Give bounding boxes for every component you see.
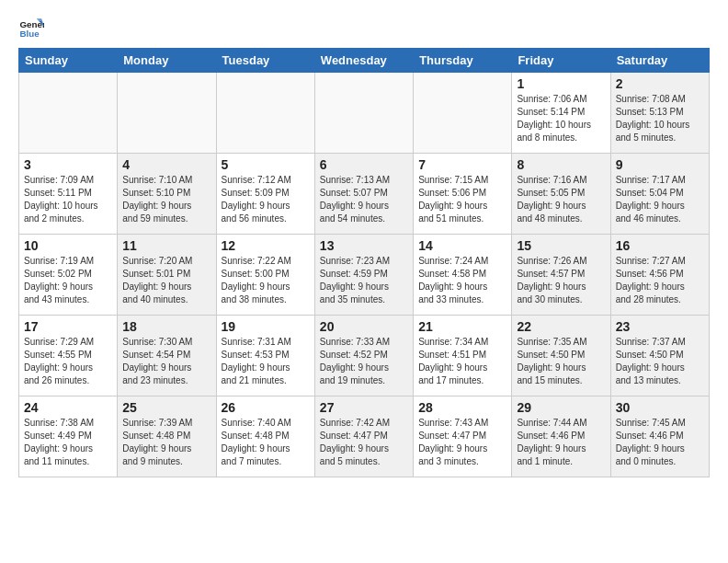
calendar-cell: 26Sunrise: 7:40 AM Sunset: 4:48 PM Dayli… [216,396,314,477]
calendar-cell: 20Sunrise: 7:33 AM Sunset: 4:52 PM Dayli… [314,316,413,396]
calendar-cell: 28Sunrise: 7:43 AM Sunset: 4:47 PM Dayli… [414,396,512,477]
day-number: 17 [24,319,112,334]
calendar-table: SundayMondayTuesdayWednesdayThursdayFrid… [18,48,710,477]
day-number: 27 [320,400,408,415]
calendar-cell: 14Sunrise: 7:24 AM Sunset: 4:58 PM Dayli… [414,235,512,316]
calendar-cell: 29Sunrise: 7:44 AM Sunset: 4:46 PM Dayli… [512,396,610,477]
day-info: Sunrise: 7:35 AM Sunset: 4:50 PM Dayligh… [517,336,605,387]
calendar-cell: 25Sunrise: 7:39 AM Sunset: 4:48 PM Dayli… [118,396,216,477]
day-info: Sunrise: 7:13 AM Sunset: 5:07 PM Dayligh… [320,174,408,225]
day-number: 8 [517,157,605,172]
day-info: Sunrise: 7:34 AM Sunset: 4:51 PM Dayligh… [418,336,506,387]
day-number: 30 [616,400,704,415]
day-number: 5 [222,157,310,172]
calendar-cell: 15Sunrise: 7:26 AM Sunset: 4:57 PM Dayli… [512,235,610,316]
logo: General Blue [18,15,48,40]
calendar-page: General Blue SundayMondayTuesdayWednesda… [0,0,728,492]
day-info: Sunrise: 7:12 AM Sunset: 5:09 PM Dayligh… [222,174,310,225]
calendar-cell: 6Sunrise: 7:13 AM Sunset: 5:07 PM Daylig… [314,154,413,235]
day-number: 4 [122,157,210,172]
day-info: Sunrise: 7:06 AM Sunset: 5:14 PM Dayligh… [517,93,605,144]
weekday-header-tuesday: Tuesday [216,49,314,73]
day-info: Sunrise: 7:30 AM Sunset: 4:54 PM Dayligh… [122,336,210,387]
day-info: Sunrise: 7:09 AM Sunset: 5:11 PM Dayligh… [24,174,112,225]
day-info: Sunrise: 7:16 AM Sunset: 5:05 PM Dayligh… [517,174,605,225]
day-info: Sunrise: 7:37 AM Sunset: 4:50 PM Dayligh… [616,336,704,387]
calendar-cell: 22Sunrise: 7:35 AM Sunset: 4:50 PM Dayli… [512,316,610,396]
day-info: Sunrise: 7:27 AM Sunset: 4:56 PM Dayligh… [616,255,704,306]
day-number: 6 [320,157,408,172]
day-info: Sunrise: 7:19 AM Sunset: 5:02 PM Dayligh… [24,255,112,306]
day-info: Sunrise: 7:10 AM Sunset: 5:10 PM Dayligh… [122,174,210,225]
calendar-cell: 10Sunrise: 7:19 AM Sunset: 5:02 PM Dayli… [19,235,118,316]
calendar-cell: 16Sunrise: 7:27 AM Sunset: 4:56 PM Dayli… [610,235,709,316]
weekday-header-wednesday: Wednesday [314,49,413,73]
day-info: Sunrise: 7:44 AM Sunset: 4:46 PM Dayligh… [517,417,605,468]
calendar-cell: 3Sunrise: 7:09 AM Sunset: 5:11 PM Daylig… [19,154,118,235]
weekday-header-friday: Friday [512,49,610,73]
day-number: 22 [517,319,605,334]
day-info: Sunrise: 7:31 AM Sunset: 4:53 PM Dayligh… [222,336,310,387]
calendar-cell: 7Sunrise: 7:15 AM Sunset: 5:06 PM Daylig… [414,154,512,235]
day-number: 24 [24,400,112,415]
day-info: Sunrise: 7:33 AM Sunset: 4:52 PM Dayligh… [320,336,408,387]
day-info: Sunrise: 7:17 AM Sunset: 5:04 PM Dayligh… [616,174,704,225]
day-number: 19 [222,319,310,334]
calendar-cell: 24Sunrise: 7:38 AM Sunset: 4:49 PM Dayli… [19,396,118,477]
calendar-body: 1Sunrise: 7:06 AM Sunset: 5:14 PM Daylig… [19,73,710,477]
calendar-cell [314,73,413,154]
calendar-cell: 17Sunrise: 7:29 AM Sunset: 4:55 PM Dayli… [19,316,118,396]
day-number: 28 [418,400,506,415]
day-info: Sunrise: 7:38 AM Sunset: 4:49 PM Dayligh… [24,417,112,468]
calendar-cell: 23Sunrise: 7:37 AM Sunset: 4:50 PM Dayli… [610,316,709,396]
calendar-cell: 5Sunrise: 7:12 AM Sunset: 5:09 PM Daylig… [216,154,314,235]
day-number: 7 [418,157,506,172]
day-number: 3 [24,157,112,172]
day-number: 12 [222,238,310,253]
day-number: 14 [418,238,506,253]
day-info: Sunrise: 7:39 AM Sunset: 4:48 PM Dayligh… [122,417,210,468]
calendar-cell: 21Sunrise: 7:34 AM Sunset: 4:51 PM Dayli… [414,316,512,396]
day-number: 25 [122,400,210,415]
day-info: Sunrise: 7:45 AM Sunset: 4:46 PM Dayligh… [616,417,704,468]
calendar-cell: 30Sunrise: 7:45 AM Sunset: 4:46 PM Dayli… [610,396,709,477]
calendar-cell [19,73,118,154]
header: General Blue [18,15,710,40]
day-info: Sunrise: 7:40 AM Sunset: 4:48 PM Dayligh… [222,417,310,468]
day-info: Sunrise: 7:20 AM Sunset: 5:01 PM Dayligh… [122,255,210,306]
day-number: 29 [517,400,605,415]
weekday-header-thursday: Thursday [414,49,512,73]
calendar-cell [216,73,314,154]
calendar-cell [118,73,216,154]
week-row-3: 17Sunrise: 7:29 AM Sunset: 4:55 PM Dayli… [19,316,710,396]
weekday-header-sunday: Sunday [19,49,118,73]
calendar-cell: 19Sunrise: 7:31 AM Sunset: 4:53 PM Dayli… [216,316,314,396]
day-number: 20 [320,319,408,334]
day-info: Sunrise: 7:42 AM Sunset: 4:47 PM Dayligh… [320,417,408,468]
day-info: Sunrise: 7:29 AM Sunset: 4:55 PM Dayligh… [24,336,112,387]
calendar-cell: 2Sunrise: 7:08 AM Sunset: 5:13 PM Daylig… [610,73,709,154]
day-info: Sunrise: 7:26 AM Sunset: 4:57 PM Dayligh… [517,255,605,306]
day-number: 10 [24,238,112,253]
day-number: 13 [320,238,408,253]
calendar-cell: 12Sunrise: 7:22 AM Sunset: 5:00 PM Dayli… [216,235,314,316]
day-info: Sunrise: 7:15 AM Sunset: 5:06 PM Dayligh… [418,174,506,225]
logo-icon: General Blue [18,15,44,40]
day-info: Sunrise: 7:23 AM Sunset: 4:59 PM Dayligh… [320,255,408,306]
week-row-0: 1Sunrise: 7:06 AM Sunset: 5:14 PM Daylig… [19,73,710,154]
calendar-cell: 9Sunrise: 7:17 AM Sunset: 5:04 PM Daylig… [610,154,709,235]
calendar-cell: 8Sunrise: 7:16 AM Sunset: 5:05 PM Daylig… [512,154,610,235]
day-number: 23 [616,319,704,334]
weekday-header-row: SundayMondayTuesdayWednesdayThursdayFrid… [19,49,710,73]
calendar-cell: 27Sunrise: 7:42 AM Sunset: 4:47 PM Dayli… [314,396,413,477]
week-row-1: 3Sunrise: 7:09 AM Sunset: 5:11 PM Daylig… [19,154,710,235]
calendar-cell: 4Sunrise: 7:10 AM Sunset: 5:10 PM Daylig… [118,154,216,235]
day-info: Sunrise: 7:08 AM Sunset: 5:13 PM Dayligh… [616,93,704,144]
day-info: Sunrise: 7:22 AM Sunset: 5:00 PM Dayligh… [222,255,310,306]
calendar-cell: 13Sunrise: 7:23 AM Sunset: 4:59 PM Dayli… [314,235,413,316]
week-row-2: 10Sunrise: 7:19 AM Sunset: 5:02 PM Dayli… [19,235,710,316]
calendar-cell [414,73,512,154]
day-number: 16 [616,238,704,253]
day-number: 1 [517,76,605,91]
weekday-header-saturday: Saturday [610,49,709,73]
